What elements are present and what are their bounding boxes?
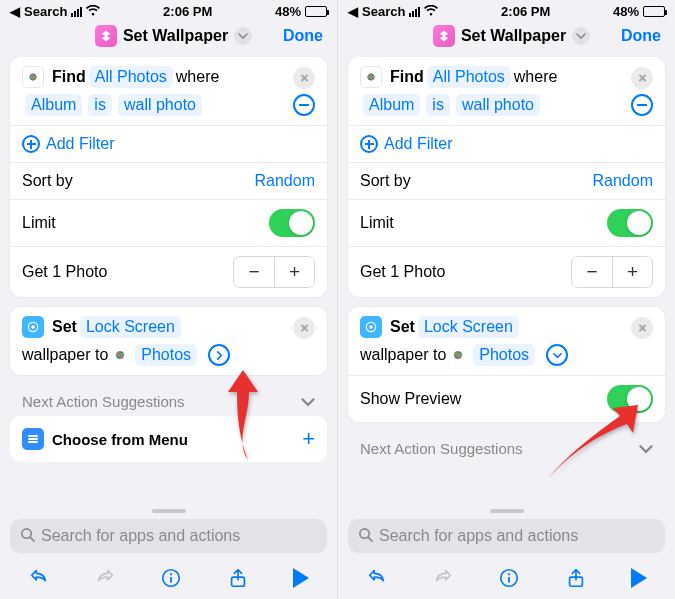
share-button[interactable] bbox=[227, 567, 249, 589]
signal-icon bbox=[409, 7, 420, 17]
search-placeholder: Search for apps and actions bbox=[41, 527, 240, 545]
svg-rect-49 bbox=[509, 577, 511, 583]
svg-rect-18 bbox=[28, 435, 38, 437]
drag-handle[interactable] bbox=[152, 509, 186, 513]
delete-action-icon[interactable] bbox=[631, 67, 653, 89]
undo-button[interactable] bbox=[28, 567, 50, 589]
done-button[interactable]: Done bbox=[283, 27, 323, 45]
search-placeholder: Search for apps and actions bbox=[379, 527, 578, 545]
battery-percent: 48% bbox=[613, 4, 639, 19]
find-source-token[interactable]: All Photos bbox=[427, 66, 511, 88]
set-source-token[interactable]: Photos bbox=[473, 344, 535, 366]
svg-line-46 bbox=[368, 537, 372, 541]
search-input[interactable]: Search for apps and actions bbox=[10, 519, 327, 553]
battery-percent: 48% bbox=[275, 4, 301, 19]
limit-toggle[interactable] bbox=[607, 209, 653, 237]
set-target-token[interactable]: Lock Screen bbox=[80, 316, 181, 338]
sort-value[interactable]: Random bbox=[593, 172, 653, 190]
filter-op-token[interactable]: is bbox=[88, 94, 112, 116]
carrier-label: Search bbox=[362, 4, 405, 19]
clock: 2:06 PM bbox=[501, 4, 550, 19]
svg-point-24 bbox=[170, 573, 172, 575]
set-source-token[interactable]: Photos bbox=[135, 344, 197, 366]
filter-value-token[interactable]: wall photo bbox=[456, 94, 540, 116]
filter-field-token[interactable]: Album bbox=[363, 94, 420, 116]
screen-right: ◀ Search 2:06 PM 48% Set Wallpaper bbox=[338, 0, 675, 599]
plus-icon bbox=[360, 135, 378, 153]
stepper-plus[interactable]: + bbox=[612, 257, 652, 287]
back-caret-icon[interactable]: ◀ bbox=[10, 4, 20, 19]
drag-handle[interactable] bbox=[490, 509, 524, 513]
wallpaper-to-label: wallpaper to bbox=[360, 346, 446, 364]
suggestions-header[interactable]: Next Action Suggestions bbox=[10, 385, 327, 416]
delete-action-icon[interactable] bbox=[631, 317, 653, 339]
photos-app-icon bbox=[22, 66, 44, 88]
shortcut-icon[interactable] bbox=[95, 25, 117, 47]
add-suggestion-icon[interactable]: + bbox=[302, 426, 315, 452]
limit-label: Limit bbox=[22, 214, 56, 232]
sort-label: Sort by bbox=[22, 172, 73, 190]
back-caret-icon[interactable]: ◀ bbox=[348, 4, 358, 19]
page-title: Set Wallpaper bbox=[123, 27, 228, 45]
sort-label: Sort by bbox=[360, 172, 411, 190]
suggestion-choose-from-menu[interactable]: Choose from Menu + bbox=[10, 416, 327, 462]
filter-op-token[interactable]: is bbox=[426, 94, 450, 116]
delete-action-icon[interactable] bbox=[293, 317, 315, 339]
svg-rect-20 bbox=[28, 441, 38, 443]
show-preview-toggle[interactable] bbox=[607, 385, 653, 413]
share-button[interactable] bbox=[565, 567, 587, 589]
filter-field-token[interactable]: Album bbox=[25, 94, 82, 116]
svg-rect-25 bbox=[171, 577, 173, 583]
redo-button bbox=[94, 567, 116, 589]
show-preview-label: Show Preview bbox=[360, 390, 461, 408]
wifi-icon bbox=[424, 4, 438, 19]
info-button[interactable] bbox=[160, 567, 182, 589]
sort-value[interactable]: Random bbox=[255, 172, 315, 190]
where-label: where bbox=[176, 68, 220, 86]
stepper-plus[interactable]: + bbox=[274, 257, 314, 287]
set-target-token[interactable]: Lock Screen bbox=[418, 316, 519, 338]
search-input[interactable]: Search for apps and actions bbox=[348, 519, 665, 553]
remove-filter-icon[interactable] bbox=[293, 94, 315, 116]
info-button[interactable] bbox=[498, 567, 520, 589]
battery-icon bbox=[305, 6, 327, 17]
title-chevron-icon[interactable] bbox=[572, 27, 590, 45]
clock: 2:06 PM bbox=[163, 4, 212, 19]
chevron-down-icon bbox=[301, 395, 315, 409]
stepper-minus[interactable]: − bbox=[572, 257, 612, 287]
done-button[interactable]: Done bbox=[621, 27, 661, 45]
add-filter-button[interactable]: Add Filter bbox=[348, 125, 665, 162]
undo-button[interactable] bbox=[366, 567, 388, 589]
find-verb: Find bbox=[390, 68, 424, 86]
limit-toggle[interactable] bbox=[269, 209, 315, 237]
shortcut-icon[interactable] bbox=[433, 25, 455, 47]
delete-action-icon[interactable] bbox=[293, 67, 315, 89]
find-photos-action: Find All Photos where Album is wall phot… bbox=[10, 57, 327, 297]
plus-icon bbox=[22, 135, 40, 153]
expand-action-icon[interactable] bbox=[208, 344, 230, 366]
signal-icon bbox=[71, 7, 82, 17]
chevron-down-icon bbox=[639, 442, 653, 456]
get-count-label: Get 1 Photo bbox=[360, 263, 445, 281]
bottom-toolbar bbox=[338, 559, 675, 599]
svg-line-22 bbox=[30, 537, 34, 541]
wallpaper-action-icon bbox=[22, 316, 44, 338]
run-button[interactable] bbox=[293, 568, 309, 588]
count-stepper: − + bbox=[233, 256, 315, 288]
svg-rect-19 bbox=[28, 438, 38, 440]
collapse-action-icon[interactable] bbox=[546, 344, 568, 366]
find-source-token[interactable]: All Photos bbox=[89, 66, 173, 88]
stepper-minus[interactable]: − bbox=[234, 257, 274, 287]
run-button[interactable] bbox=[631, 568, 647, 588]
title-chevron-icon[interactable] bbox=[234, 27, 252, 45]
add-filter-button[interactable]: Add Filter bbox=[10, 125, 327, 162]
title-bar: Set Wallpaper Done bbox=[338, 19, 675, 57]
suggestions-header[interactable]: Next Action Suggestions bbox=[348, 432, 665, 463]
remove-filter-icon[interactable] bbox=[631, 94, 653, 116]
title-bar: Set Wallpaper Done bbox=[0, 19, 337, 57]
find-verb: Find bbox=[52, 68, 86, 86]
set-verb: Set bbox=[52, 318, 77, 336]
svg-point-48 bbox=[508, 573, 510, 575]
set-verb: Set bbox=[390, 318, 415, 336]
filter-value-token[interactable]: wall photo bbox=[118, 94, 202, 116]
